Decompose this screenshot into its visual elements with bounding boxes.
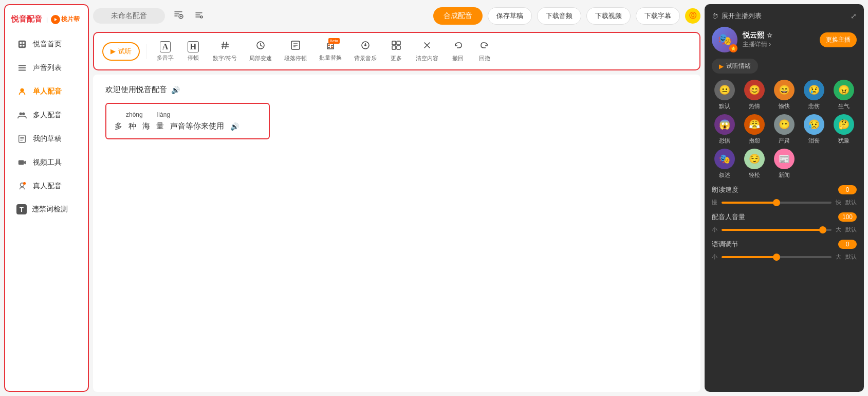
toolbar-multi-char[interactable]: A 多音字 (153, 39, 178, 64)
template-icon[interactable] (171, 8, 186, 25)
sidebar-item-home[interactable]: 悦音首页 (8, 33, 85, 55)
preview-emotions-button[interactable]: ▶ 试听情绪 (712, 59, 758, 74)
right-panel: ⏱ 展开主播列表 ⤢ 🎭 ⭐ 悦云熙 ☆ 主播详情 › 更换主播 ▶ 试听情绪 (705, 4, 864, 392)
tone-slider-input[interactable] (722, 256, 832, 258)
emotion-fear[interactable]: 😱 恐惧 (712, 114, 737, 145)
speed-slider-value: 0 (838, 185, 857, 194)
editor-area[interactable]: 欢迎使用悦音配音 🔊 zhòng liàng 多 种 海 量 声音等你来使用 🔊 (93, 75, 700, 392)
panel-title: ⏱ 展开主播列表 (712, 11, 762, 21)
toolbar-pause[interactable]: H 停顿 (182, 39, 205, 64)
main-content: 未命名配音 合成配音 保存草稿 下载音频 下载视频 下载字幕 ⓪ ▶ 试听 A … (93, 0, 705, 396)
logo-play-icon (51, 15, 60, 24)
sidebar-item-multi-dub[interactable]: 多人配音 (8, 104, 85, 126)
sidebar-item-single-dub[interactable]: 单人配音 (8, 81, 85, 102)
emotions-grid: 😐 默认 😊 热情 😄 愉快 😢 悲伤 😠 生气 😱 恐惧 😤 抱怨 (712, 80, 857, 179)
toolbar-segment-pause[interactable]: 段落停顿 (280, 38, 311, 64)
user-coin[interactable]: ⓪ (685, 8, 700, 24)
sidebar-item-video-tools[interactable]: 视频工具 (8, 152, 85, 173)
logo: 悦音配音 | 桃片帮 (5, 10, 88, 31)
download-subtitle-button[interactable]: 下载字幕 (636, 7, 680, 25)
volume-slider-title: 配音人音量 (712, 212, 745, 222)
text-block[interactable]: zhòng liàng 多 种 海 量 声音等你来使用 🔊 (105, 103, 270, 139)
emotion-hot[interactable]: 😊 热情 (742, 80, 767, 110)
emotion-relax[interactable]: 😌 轻松 (742, 149, 767, 179)
bg-music-label: 背景音乐 (354, 55, 377, 62)
tone-slider-header: 语调调节 0 (712, 240, 857, 249)
logo-brand: 桃片帮 (61, 15, 80, 24)
speaker-icon: 🔊 (171, 86, 180, 94)
emotion-news-label: 新闻 (779, 171, 790, 179)
toolbar-bg-music[interactable]: 背景音乐 (350, 38, 381, 64)
sidebar-item-single-dub-label: 单人配音 (33, 87, 62, 96)
download-video-button[interactable]: 下载视频 (586, 7, 631, 25)
toolbar-redo[interactable]: 回撤 (473, 38, 496, 64)
anchor-avatar: 🎭 ⭐ (712, 27, 737, 52)
sound-list-icon (16, 62, 28, 74)
sidebar-item-detect[interactable]: T 违禁词检测 (8, 199, 85, 220)
pause-icon: H (188, 41, 199, 52)
home-icon (16, 39, 28, 50)
emotion-tears-label: 泪丧 (808, 137, 820, 145)
emotion-mystery-circle: 🎭 (714, 149, 735, 169)
emotion-angry[interactable]: 😠 生气 (831, 80, 857, 110)
clear-icon (422, 40, 432, 53)
emotion-default[interactable]: 😐 默认 (712, 80, 737, 110)
welcome-message: 欢迎使用悦音配音 (105, 85, 167, 95)
volume-slider-section: 配音人音量 100 小 大 默认 (712, 212, 857, 233)
volume-slider-input[interactable] (722, 229, 832, 231)
project-name[interactable]: 未命名配音 (93, 8, 165, 24)
more-icon (391, 40, 401, 53)
tone-min-label: 小 (712, 253, 717, 261)
emotion-happy[interactable]: 😄 愉快 (771, 80, 797, 110)
emotion-sad[interactable]: 😢 悲伤 (801, 80, 827, 110)
speed-slider-title: 朗读速度 (712, 185, 738, 194)
emotion-hesitate-circle: 🤔 (834, 114, 854, 135)
collapse-icon[interactable]: ⤢ (851, 12, 857, 20)
emotion-news[interactable]: 📰 新闻 (771, 149, 797, 179)
emotion-happy-label: 愉快 (779, 102, 790, 110)
synth-button[interactable]: 合成配音 (433, 7, 483, 25)
panel-title-text: 展开主播列表 (722, 11, 762, 21)
speed-min-label: 慢 (712, 199, 717, 206)
svg-line-25 (226, 42, 227, 49)
toolbar-local-speed[interactable]: 局部变速 (245, 38, 276, 64)
toolbar-clear[interactable]: 清空内容 (412, 38, 442, 64)
emotion-tears[interactable]: 😥 泪丧 (801, 114, 827, 145)
speed-slider-header: 朗读速度 0 (712, 185, 857, 194)
speed-slider-input[interactable] (722, 202, 832, 204)
preview-play-icon: ▶ (719, 63, 724, 70)
multi-dub-icon (16, 110, 28, 121)
segment-pause-icon (290, 40, 301, 53)
svg-point-11 (22, 113, 25, 115)
anchor-detail-link[interactable]: 主播详情 › (743, 40, 815, 49)
emotion-mystery[interactable]: 🎭 叙述 (712, 149, 737, 179)
download-audio-button[interactable]: 下载音频 (537, 7, 581, 25)
emotion-hesitate[interactable]: 🤔 犹豫 (831, 114, 857, 145)
anchor-section: 🎭 ⭐ 悦云熙 ☆ 主播详情 › 更换主播 (712, 27, 857, 52)
save-draft-button[interactable]: 保存草稿 (488, 7, 532, 25)
logo-text: 悦音配音 (11, 14, 42, 24)
anchor-star-icon[interactable]: ☆ (767, 32, 772, 39)
emotion-complain[interactable]: 😤 抱怨 (742, 114, 767, 145)
trial-label: 试听 (118, 47, 132, 56)
toolbar-batch-replace[interactable]: Beta 批量替换 (315, 39, 346, 64)
change-anchor-button[interactable]: 更换主播 (820, 32, 857, 47)
pinyin-2: liàng (157, 111, 170, 118)
toolbar-num-symbol[interactable]: 数字/符号 (209, 38, 241, 64)
sidebar-item-drafts[interactable]: 我的草稿 (8, 128, 85, 150)
chars-rest: 声音等你来使用 (170, 121, 224, 131)
svg-point-19 (23, 182, 26, 185)
svg-rect-38 (397, 46, 400, 49)
redo-icon (479, 40, 490, 53)
emotion-serious[interactable]: 😶 严肃 (771, 114, 797, 145)
settings-icon[interactable] (192, 8, 206, 25)
toolbar-more[interactable]: 更多 (385, 38, 408, 64)
sidebar-item-real-dub-label: 真人配音 (33, 182, 62, 191)
sidebar-item-sound-list[interactable]: 声音列表 (8, 57, 85, 79)
speaker-icon-2: 🔊 (230, 122, 239, 131)
undo-label: 撤回 (452, 55, 464, 62)
emotion-mystery-label: 叙述 (719, 171, 730, 179)
sidebar-item-real-dub[interactable]: 真人配音 (8, 175, 85, 197)
toolbar-undo[interactable]: 撤回 (447, 38, 469, 64)
trial-button[interactable]: ▶ 试听 (102, 42, 140, 61)
